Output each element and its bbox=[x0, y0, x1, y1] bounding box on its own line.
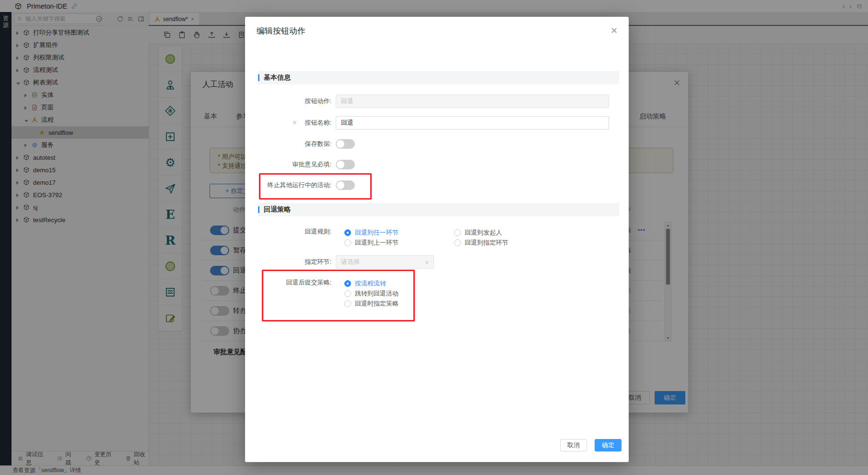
ok-button[interactable]: 确定 bbox=[595, 439, 622, 451]
field-target-step: 指定环节: 请选择 ∨ bbox=[245, 255, 629, 269]
field-save-data: 保存数据: bbox=[245, 137, 629, 151]
button-action-input: 回退 bbox=[336, 95, 609, 108]
radio-label: 回退时指定策略 bbox=[355, 299, 399, 308]
radio-option-回退时指定策略[interactable]: 回退时指定策略 bbox=[344, 299, 399, 308]
save-data-toggle[interactable] bbox=[336, 139, 355, 149]
button-name-input[interactable]: 回退 bbox=[336, 116, 609, 130]
field-rollback-rule: 回退规则: bbox=[245, 225, 629, 252]
field-label: 保存数据: bbox=[245, 137, 331, 151]
field-label: 回退后提交策略: bbox=[245, 276, 331, 289]
field-label: 审批意见必填: bbox=[245, 158, 331, 171]
terminate-others-toggle[interactable] bbox=[336, 180, 355, 190]
section-marker bbox=[258, 74, 259, 81]
radio-label: 回退到任一环节 bbox=[355, 228, 399, 237]
radio-option-按流程流转[interactable]: 按流程流转 bbox=[344, 279, 386, 288]
radio-icon[interactable] bbox=[344, 290, 351, 297]
radio-icon[interactable] bbox=[454, 239, 461, 246]
chevron-down-icon: ∨ bbox=[425, 259, 429, 265]
field-label: 按钮名称: bbox=[245, 116, 331, 130]
radio-icon[interactable] bbox=[344, 280, 351, 287]
cancel-button[interactable]: 取消 bbox=[560, 439, 587, 451]
field-button-action: 按钮动作: 回退 bbox=[245, 95, 629, 108]
field-label: 指定环节: bbox=[245, 255, 331, 269]
close-icon[interactable]: ✕ bbox=[610, 26, 618, 35]
radio-icon[interactable] bbox=[344, 239, 351, 246]
radio-icon[interactable] bbox=[344, 229, 351, 236]
radio-label: 跳转到回退活动 bbox=[355, 289, 399, 298]
radio-label: 回退到指定环节 bbox=[465, 238, 508, 247]
field-button-name: ⚙ 按钮名称: 回退 bbox=[245, 116, 629, 130]
application-window: Primeton-IDE ‹ › 资 源 AI 打印分享甘特图测试扩展组件列权限… bbox=[0, 0, 868, 475]
field-label: 按钮动作: bbox=[245, 95, 331, 108]
field-label: 终止其他运行中的活动: bbox=[245, 178, 331, 192]
radio-label: 按流程流转 bbox=[355, 279, 386, 288]
radio-option-回退到指定环节[interactable]: 回退到指定环节 bbox=[454, 238, 508, 247]
radio-icon[interactable] bbox=[344, 300, 351, 307]
radio-label: 回退到发起人 bbox=[465, 228, 502, 237]
radio-label: 回退到上一环节 bbox=[355, 238, 399, 247]
radio-option-回退到发起人[interactable]: 回退到发起人 bbox=[454, 228, 502, 237]
radio-option-回退到上一环节[interactable]: 回退到上一环节 bbox=[344, 238, 399, 247]
radio-icon[interactable] bbox=[454, 229, 461, 236]
field-label: 回退规则: bbox=[245, 225, 331, 238]
section-rollback-strategy: 回退策略 bbox=[258, 203, 619, 216]
modal-title: 编辑按钮动作 bbox=[257, 25, 305, 36]
section-marker bbox=[258, 206, 259, 213]
radio-option-回退到任一环节[interactable]: 回退到任一环节 bbox=[344, 228, 399, 237]
section-basic-info: 基本信息 bbox=[258, 71, 619, 84]
field-terminate-others: 终止其他运行中的活动: bbox=[245, 178, 629, 192]
field-post-strategy: 回退后提交策略: bbox=[245, 276, 629, 309]
field-comment-required: 审批意见必填: bbox=[245, 158, 629, 171]
radio-option-跳转到回退活动[interactable]: 跳转到回退活动 bbox=[344, 289, 399, 298]
comment-required-toggle[interactable] bbox=[336, 160, 355, 169]
target-step-select: 请选择 ∨ bbox=[336, 255, 434, 269]
edit-button-action-modal: 编辑按钮动作 ✕ 基本信息 按钮动作: 回退 ⚙ 按钮名称: 回退 保存数据: … bbox=[245, 17, 629, 462]
